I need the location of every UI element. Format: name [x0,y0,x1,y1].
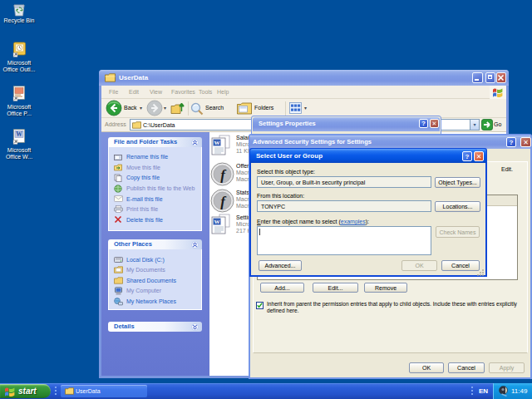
svg-text:W: W [214,219,220,225]
svg-text:W: W [214,140,220,146]
svg-text:W: W [16,131,22,138]
